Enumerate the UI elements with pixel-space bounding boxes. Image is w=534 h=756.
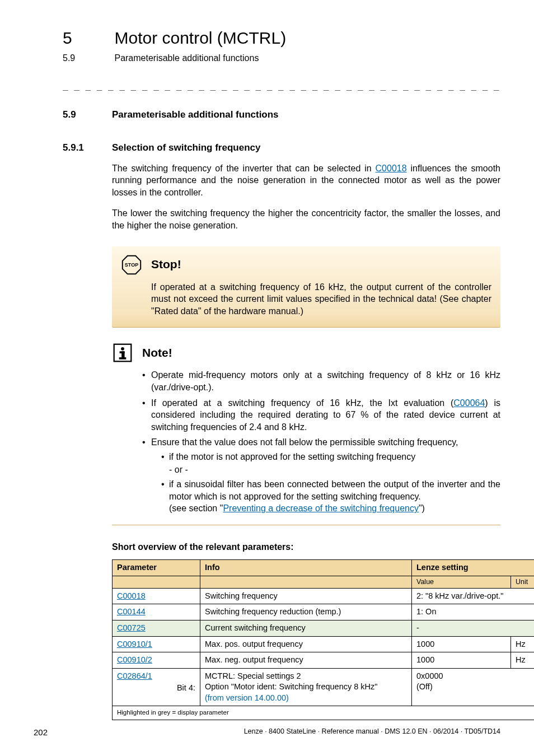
stop-title: Stop! bbox=[151, 256, 181, 272]
list-item: if the motor is not approved for the set… bbox=[161, 451, 500, 476]
cell-value: 1000 bbox=[412, 652, 511, 669]
cell-unit: Hz bbox=[511, 652, 535, 669]
section-number: 5.9 bbox=[63, 52, 112, 64]
svg-rect-6 bbox=[119, 357, 127, 360]
table-row: C00144 Switching frequency reduction (te… bbox=[113, 604, 535, 620]
heading-5-9-1: 5.9.1 Selection of switching frequency bbox=[63, 142, 500, 155]
col-value: Value bbox=[412, 576, 511, 589]
text-fragment: (Off) bbox=[416, 682, 433, 691]
page-footer: 202 Lenze · 8400 StateLine · Reference m… bbox=[34, 727, 500, 738]
cell-info: Switching frequency reduction (temp.) bbox=[200, 604, 412, 620]
text-fragment: if a sinusoidal filter has been connecte… bbox=[169, 479, 500, 501]
table-row: C00018 Switching frequency 2: "8 kHz var… bbox=[113, 588, 535, 604]
paragraph-1: The switching frequency of the inverter … bbox=[112, 162, 500, 199]
stop-body: If operated at a switching frequency of … bbox=[151, 281, 491, 318]
heading-text: Parameterisable additional functions bbox=[112, 109, 279, 122]
heading-number: 5.9.1 bbox=[63, 142, 112, 155]
table-caption: Short overview of the relevant parameter… bbox=[112, 541, 500, 553]
table-footnote-row: Highlighted in grey = display parameter bbox=[113, 706, 535, 720]
link-preventing-decrease[interactable]: Preventing a decrease of the switching f… bbox=[223, 503, 419, 513]
text-fragment: MCTRL: Special settings 2 bbox=[205, 671, 301, 680]
note-bullets: Operate mid-frequency motors only at a s… bbox=[142, 369, 500, 515]
param-link[interactable]: C00725 bbox=[117, 623, 146, 632]
section-header: 5.9 Parameterisable additional functions bbox=[63, 52, 500, 64]
or-separator: - or - bbox=[169, 464, 500, 476]
chapter-title: Motor control (MCTRL) bbox=[114, 29, 286, 47]
list-item: if a sinusoidal filter has been connecte… bbox=[161, 478, 500, 515]
col-parameter: Parameter bbox=[113, 560, 200, 576]
cell-unit: Hz bbox=[511, 636, 535, 652]
note-callout: Note! Operate mid-frequency motors only … bbox=[112, 342, 500, 525]
col-lenze: Lenze setting bbox=[412, 560, 535, 576]
bit-label: Bit 4: bbox=[117, 683, 195, 694]
col-info: Info bbox=[200, 560, 412, 576]
page-number: 202 bbox=[34, 727, 48, 738]
param-link[interactable]: C00144 bbox=[117, 607, 146, 616]
heading-number: 5.9 bbox=[63, 109, 112, 122]
svg-text:STOP: STOP bbox=[125, 262, 138, 267]
cell-info: Current switching frequency bbox=[200, 620, 412, 637]
param-link[interactable]: C02864/1 bbox=[117, 671, 152, 680]
link-c00064[interactable]: C00064 bbox=[453, 398, 485, 408]
stop-icon: STOP bbox=[121, 254, 142, 276]
stop-callout: STOP Stop! If operated at a switching fr… bbox=[112, 246, 500, 328]
list-item: If operated at a switching frequency of … bbox=[142, 397, 500, 433]
chapter-header: 5 Motor control (MCTRL) bbox=[63, 27, 500, 50]
col-unit: Unit bbox=[511, 576, 535, 589]
table-footnote: Highlighted in grey = display parameter bbox=[113, 706, 535, 720]
svg-point-3 bbox=[121, 347, 124, 351]
cell-value: 1: On bbox=[412, 604, 535, 620]
note-title: Note! bbox=[142, 345, 172, 361]
separator-line: _ _ _ _ _ _ _ _ _ _ _ _ _ _ _ _ _ _ _ _ … bbox=[63, 80, 500, 92]
cell-value: 0x0000 (Off) bbox=[412, 668, 535, 706]
footer-text: Lenze · 8400 StateLine · Reference manua… bbox=[244, 727, 500, 738]
link-c00018[interactable]: C00018 bbox=[376, 164, 407, 173]
cell-info: Max. pos. output frequency bbox=[200, 636, 412, 652]
cell-info: Switching frequency bbox=[200, 588, 412, 604]
cell-value: 2: "8 kHz var./drive-opt." bbox=[412, 588, 535, 604]
list-item: Operate mid-frequency motors only at a s… bbox=[142, 369, 500, 393]
param-link[interactable]: C00910/1 bbox=[117, 640, 152, 648]
cell-value: - bbox=[412, 620, 535, 637]
text-fragment: if the motor is not approved for the set… bbox=[169, 452, 415, 461]
list-item: Ensure that the value does not fall belo… bbox=[142, 436, 500, 515]
text-fragment: 0x0000 bbox=[416, 671, 443, 680]
section-title: Parameterisable additional functions bbox=[114, 53, 259, 63]
text-fragment: (see section " bbox=[169, 503, 223, 513]
param-link[interactable]: C00018 bbox=[117, 591, 146, 600]
text-fragment: Ensure that the value does not fall belo… bbox=[151, 437, 458, 447]
table-row: C00910/1 Max. pos. output frequency 1000… bbox=[113, 636, 535, 652]
heading-5-9: 5.9 Parameterisable additional functions bbox=[63, 109, 500, 122]
callout-header: STOP Stop! bbox=[121, 254, 491, 276]
table-row: C00910/2 Max. neg. output frequency 1000… bbox=[113, 652, 535, 669]
text-fragment: The switching frequency of the inverter … bbox=[112, 164, 376, 173]
info-icon bbox=[112, 342, 133, 363]
text-fragment: (from version 14.00.00) bbox=[205, 693, 289, 702]
cell-value: 1000 bbox=[412, 636, 511, 652]
parameter-table: Parameter Info Lenze setting Value Unit … bbox=[112, 559, 534, 720]
text-fragment: Option "Motor ident: Switching frequency… bbox=[205, 682, 378, 691]
text-fragment: ") bbox=[419, 503, 425, 513]
heading-text: Selection of switching frequency bbox=[112, 142, 260, 155]
table-header-row: Parameter Info Lenze setting bbox=[113, 560, 535, 576]
paragraph-2: The lower the switching frequency the hi… bbox=[112, 207, 500, 231]
table-subheader-row: Value Unit bbox=[113, 576, 535, 589]
text-fragment: If operated at a switching frequency of … bbox=[151, 398, 453, 408]
callout-header: Note! bbox=[112, 342, 500, 363]
chapter-number: 5 bbox=[63, 27, 112, 50]
cell-info: Max. neg. output frequency bbox=[200, 652, 412, 669]
table-row: C00725 Current switching frequency - bbox=[113, 620, 535, 637]
cell-info: MCTRL: Special settings 2 Option "Motor … bbox=[200, 668, 412, 706]
table-row: C02864/1 Bit 4: MCTRL: Special settings … bbox=[113, 668, 535, 706]
param-link[interactable]: C00910/2 bbox=[117, 655, 152, 664]
svg-rect-5 bbox=[121, 352, 124, 359]
